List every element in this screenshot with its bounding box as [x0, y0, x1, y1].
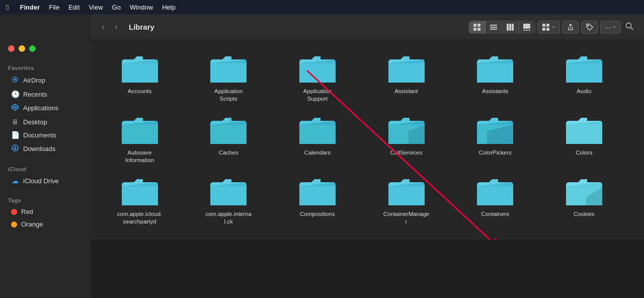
folder-com-apple-internal[interactable]: com.apple.interna l.ck: [190, 173, 268, 230]
sidebar-icloud-drive-label: iCloud Drive: [23, 177, 59, 185]
svg-point-27: [626, 23, 631, 28]
folder-icon-colorpickers: [477, 116, 513, 146]
sidebar-item-desktop[interactable]: 🖥 Desktop: [3, 116, 88, 128]
menubar-finder[interactable]: Finder: [20, 4, 40, 11]
sidebar-item-downloads[interactable]: Downloads: [3, 142, 88, 156]
sidebar-item-applications[interactable]: Applications: [3, 101, 88, 115]
folder-assistants[interactable]: Assistants: [456, 50, 534, 107]
menubar-edit[interactable]: Edit: [68, 4, 79, 11]
folder-caches[interactable]: Caches: [190, 112, 268, 168]
list-view-button[interactable]: [486, 21, 502, 33]
column-view-button[interactable]: [502, 21, 519, 33]
svg-rect-13: [490, 27, 497, 28]
folder-colorpickers[interactable]: ColorPickers: [456, 112, 534, 168]
traffic-lights: [0, 39, 91, 52]
sidebar-item-red-tag[interactable]: Red: [3, 206, 88, 217]
folder-icon-assistant: [388, 54, 425, 85]
svg-rect-67: [477, 186, 513, 205]
sidebar-item-recents[interactable]: 🕐 Recents: [3, 88, 88, 100]
menubar-window[interactable]: Window: [130, 4, 153, 11]
downloads-icon: [11, 144, 19, 154]
svg-rect-61: [210, 186, 247, 205]
folder-com-apple-icloud[interactable]: com.apple.icloud. searchpartyd: [101, 173, 179, 230]
svg-rect-9: [477, 24, 480, 27]
folder-label-audio: Audio: [577, 88, 591, 95]
toolbar-actions: ···: [468, 20, 636, 35]
menubar:  Finder File Edit View Go Window Help: [0, 0, 644, 14]
app-window: Favorites AirDrop 🕐 Recents Applications…: [0, 14, 644, 298]
maximize-button[interactable]: [29, 45, 36, 52]
menubar-view[interactable]: View: [89, 4, 103, 11]
sidebar-item-icloud-drive[interactable]: ☁ iCloud Drive: [3, 175, 88, 187]
folder-icon-compositions: [299, 177, 336, 207]
sidebar-item-airdrop[interactable]: AirDrop: [3, 73, 88, 87]
menubar-help[interactable]: Help: [162, 4, 176, 11]
svg-line-28: [631, 27, 633, 30]
svg-rect-14: [490, 29, 497, 30]
folder-label-colorpickers: ColorPickers: [479, 149, 512, 157]
folder-icon-caches: [210, 116, 247, 146]
menubar-go[interactable]: Go: [112, 4, 121, 11]
folder-accounts[interactable]: Accounts: [101, 50, 179, 107]
more-button[interactable]: ···: [600, 21, 621, 34]
minimize-button[interactable]: [19, 45, 25, 52]
menubar-file[interactable]: File: [49, 4, 59, 11]
folder-icon-containermanager: [388, 177, 425, 207]
tags-label: Tags: [0, 193, 91, 205]
icon-view-button[interactable]: [469, 21, 486, 33]
folder-grid: Accounts Application Scripts: [101, 50, 634, 230]
svg-rect-15: [507, 24, 509, 31]
applications-icon: [11, 103, 19, 113]
sidebar-airdrop-label: AirDrop: [23, 77, 45, 84]
folder-icon-calendars: [299, 116, 336, 146]
svg-rect-49: [299, 125, 336, 144]
folder-colors[interactable]: Colors: [545, 112, 623, 168]
svg-rect-59: [122, 186, 158, 205]
gallery-view-button[interactable]: [519, 21, 535, 33]
folder-icon-com-apple-icloud: [122, 177, 158, 207]
folder-cookies[interactable]: Cookies: [545, 173, 623, 230]
svg-rect-20: [526, 30, 528, 31]
folder-app-support[interactable]: Application Support: [278, 50, 356, 107]
share-button[interactable]: [562, 21, 579, 34]
folder-label-autosave: Autosave Information: [125, 149, 154, 164]
folder-icon-autosave: [122, 116, 158, 146]
folder-icon-app-support: [299, 54, 336, 85]
airdrop-icon: [11, 76, 19, 85]
icloud-drive-icon: ☁: [11, 177, 19, 185]
view-options-group: [468, 21, 535, 34]
tag-button[interactable]: [581, 21, 598, 34]
svg-rect-43: [566, 63, 602, 83]
svg-rect-21: [528, 30, 530, 31]
close-button[interactable]: [8, 45, 15, 52]
apple-menu[interactable]: : [6, 3, 9, 12]
svg-rect-24: [542, 28, 545, 31]
sidebar-item-orange-tag[interactable]: Orange: [3, 218, 88, 230]
folder-containermanager[interactable]: ContainerManage r: [367, 173, 445, 230]
forward-button[interactable]: ›: [112, 20, 121, 34]
svg-rect-35: [210, 63, 247, 83]
action-menu-button[interactable]: [537, 21, 560, 34]
folder-icon-colors: [566, 116, 602, 146]
folder-label-containermanager: ContainerManage r: [383, 210, 429, 226]
sidebar-item-documents[interactable]: 📄 Documents: [3, 129, 88, 141]
svg-rect-33: [122, 63, 158, 83]
svg-rect-16: [509, 24, 511, 31]
content-wrapper: ‹ › Library: [91, 14, 644, 298]
folder-app-scripts[interactable]: Application Scripts: [190, 50, 268, 107]
folder-containers[interactable]: Containers: [456, 173, 534, 230]
svg-rect-25: [546, 28, 549, 31]
folder-autosave[interactable]: Autosave Information: [101, 112, 179, 168]
folder-calendars[interactable]: Calendars: [278, 112, 356, 168]
folder-assistant[interactable]: Assistant: [367, 50, 445, 107]
search-button[interactable]: [623, 20, 636, 35]
folder-audio[interactable]: Audio: [545, 50, 623, 107]
back-button[interactable]: ‹: [99, 20, 108, 34]
folder-label-com-apple-icloud: com.apple.icloud. searchpartyd: [117, 210, 163, 226]
folder-callservices[interactable]: CallServices: [367, 112, 445, 168]
folder-label-assistants: Assistants: [482, 88, 508, 95]
folder-icon-com-apple-internal: [210, 177, 247, 207]
folder-compositions[interactable]: Compositions: [278, 173, 356, 230]
svg-rect-39: [388, 63, 425, 83]
svg-rect-63: [299, 186, 336, 205]
